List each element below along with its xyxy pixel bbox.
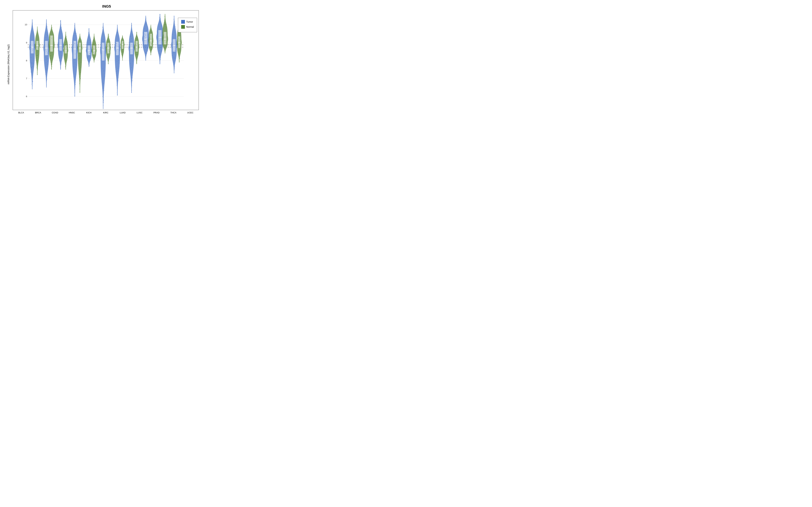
svg-rect-34 <box>30 48 30 48</box>
svg-rect-739 <box>165 24 166 24</box>
svg-rect-449 <box>109 51 110 51</box>
svg-rect-342 <box>87 45 87 45</box>
svg-rect-533 <box>130 63 131 64</box>
svg-rect-468 <box>117 49 118 50</box>
svg-rect-101 <box>47 69 48 69</box>
svg-rect-530 <box>130 43 133 54</box>
svg-rect-557 <box>132 85 132 86</box>
svg-rect-758 <box>173 58 173 58</box>
svg-rect-657 <box>152 44 152 44</box>
svg-rect-75 <box>37 55 38 56</box>
svg-rect-115 <box>46 32 46 33</box>
svg-rect-583 <box>136 58 137 59</box>
svg-rect-305 <box>80 77 80 77</box>
svg-rect-696 <box>160 40 161 40</box>
svg-rect-351 <box>94 59 95 60</box>
svg-rect-424 <box>109 45 109 45</box>
svg-rect-259 <box>75 54 75 54</box>
svg-rect-792 <box>179 35 179 35</box>
svg-rect-262 <box>74 24 75 25</box>
svg-rect-631 <box>145 38 146 39</box>
svg-rect-664 <box>152 41 152 41</box>
svg-rect-542 <box>130 69 131 69</box>
svg-rect-629 <box>146 35 146 36</box>
svg-rect-587 <box>137 56 137 56</box>
svg-rect-43 <box>31 62 31 62</box>
svg-rect-187 <box>61 61 61 61</box>
svg-rect-108 <box>45 50 46 50</box>
svg-rect-303 <box>80 62 81 62</box>
svg-rect-349 <box>92 50 93 50</box>
svg-rect-113 <box>47 58 47 59</box>
svg-rect-555 <box>129 42 130 43</box>
svg-rect-165 <box>60 20 61 21</box>
svg-rect-52 <box>37 47 38 47</box>
svg-rect-520 <box>124 48 124 49</box>
svg-rect-548 <box>131 92 132 93</box>
svg-rect-628 <box>144 36 145 37</box>
svg-rect-637 <box>145 37 146 37</box>
svg-rect-737 <box>164 20 165 20</box>
svg-rect-261 <box>74 44 75 44</box>
svg-rect-819 <box>178 33 178 33</box>
svg-rect-134 <box>50 58 51 59</box>
svg-rect-206 <box>66 46 67 47</box>
svg-rect-440 <box>107 57 108 58</box>
svg-rect-761 <box>174 69 175 69</box>
svg-rect-473 <box>116 67 116 67</box>
svg-rect-143 <box>50 59 51 59</box>
svg-rect-57 <box>36 56 37 56</box>
svg-rect-269 <box>75 59 76 59</box>
svg-rect-395 <box>103 83 104 83</box>
svg-rect-455 <box>108 34 109 34</box>
svg-rect-296 <box>79 80 80 80</box>
svg-rect-472 <box>116 73 116 73</box>
svg-rect-294 <box>79 52 80 53</box>
svg-rect-140 <box>51 33 52 33</box>
svg-rect-218 <box>65 67 66 67</box>
svg-rect-476 <box>116 44 116 44</box>
svg-rect-377 <box>94 36 95 37</box>
svg-rect-459 <box>116 43 117 44</box>
svg-rect-384 <box>102 47 102 48</box>
svg-rect-602 <box>135 49 135 49</box>
svg-rect-648 <box>151 32 151 32</box>
svg-rect-515 <box>122 52 122 52</box>
svg-rect-324 <box>88 61 88 61</box>
svg-rect-815 <box>178 52 179 52</box>
svg-rect-221 <box>65 54 66 54</box>
svg-rect-641 <box>150 34 152 46</box>
svg-rect-695 <box>157 33 158 33</box>
svg-rect-78 <box>36 47 37 47</box>
svg-rect-203 <box>65 66 65 66</box>
svg-rect-589 <box>136 61 137 62</box>
svg-rect-22 <box>33 81 33 81</box>
svg-rect-59 <box>38 55 38 55</box>
svg-rect-45 <box>32 84 32 85</box>
svg-rect-291 <box>78 53 79 53</box>
svg-rect-329 <box>89 34 90 35</box>
svg-rect-222 <box>64 39 65 39</box>
svg-rect-208 <box>65 61 66 61</box>
svg-rect-29 <box>32 81 33 82</box>
svg-rect-104 <box>46 62 46 63</box>
svg-rect-649 <box>151 33 151 33</box>
svg-rect-509 <box>123 52 123 52</box>
svg-rect-126 <box>53 48 53 48</box>
svg-rect-129 <box>52 67 52 67</box>
svg-rect-727 <box>163 35 163 36</box>
svg-rect-257 <box>77 58 77 58</box>
svg-rect-456 <box>116 42 119 55</box>
svg-rect-479 <box>118 46 118 47</box>
svg-rect-151 <box>52 32 53 32</box>
svg-rect-133 <box>53 48 54 48</box>
svg-rect-35 <box>34 58 35 58</box>
svg-rect-408 <box>103 30 103 30</box>
svg-rect-546 <box>132 72 132 73</box>
svg-rect-721 <box>164 25 165 25</box>
svg-rect-391 <box>103 88 103 88</box>
svg-text:8: 8 <box>26 59 27 62</box>
svg-rect-253 <box>74 92 75 93</box>
svg-rect-414 <box>101 53 102 53</box>
svg-rect-507 <box>123 52 124 52</box>
